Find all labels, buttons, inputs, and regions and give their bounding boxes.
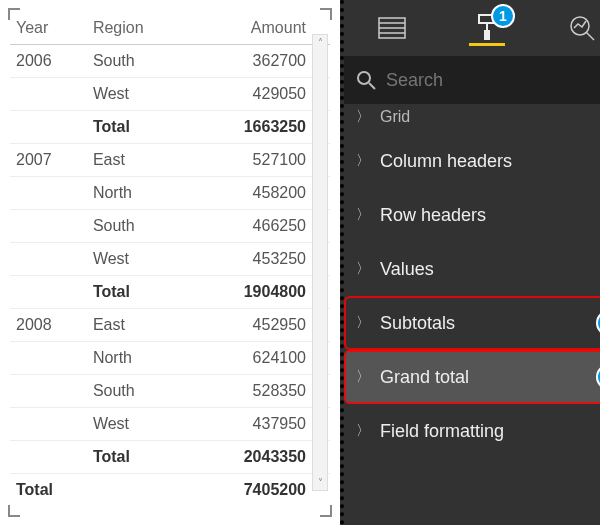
- scroll-up-icon[interactable]: ˄: [318, 35, 323, 50]
- pane-tabs: 1: [344, 0, 600, 56]
- scroll-down-icon[interactable]: ˅: [318, 475, 323, 490]
- cell-region: West: [87, 78, 185, 111]
- cell-region: Total: [87, 276, 185, 309]
- cell-region: South: [87, 375, 185, 408]
- annotation-badge-2: 2: [596, 310, 600, 336]
- search-input[interactable]: [386, 70, 600, 91]
- chevron-right-icon: 〉: [356, 422, 370, 440]
- section-label: Column headers: [380, 151, 512, 172]
- table-row: 2006South362700: [10, 45, 330, 78]
- table-row: West429050: [10, 78, 330, 111]
- table-row: West437950: [10, 408, 330, 441]
- table-row: 2008East452950: [10, 309, 330, 342]
- section-column-headers[interactable]: 〉 Column headers: [344, 134, 600, 188]
- annotation-badge-2b: 2: [596, 364, 600, 390]
- cell-region: South: [87, 45, 185, 78]
- cell-region: West: [87, 243, 185, 276]
- cell-amount: 453250: [185, 243, 330, 276]
- cell-amount: 624100: [185, 342, 330, 375]
- cell-region: South: [87, 210, 185, 243]
- section-field-formatting[interactable]: 〉 Field formatting: [344, 404, 600, 458]
- chevron-right-icon: 〉: [356, 368, 370, 386]
- annotation-badge-1: 1: [491, 4, 515, 28]
- chevron-right-icon: 〉: [356, 314, 370, 332]
- cell-year: [10, 210, 87, 243]
- section-label: Subtotals: [380, 313, 455, 334]
- format-search[interactable]: [344, 56, 600, 104]
- cell-year: [10, 243, 87, 276]
- chevron-right-icon: 〉: [356, 108, 370, 126]
- grand-total-label: Total: [10, 474, 87, 507]
- col-header-region[interactable]: Region: [87, 12, 185, 45]
- cell-region: North: [87, 342, 185, 375]
- cell-amount: 1663250: [185, 111, 330, 144]
- report-canvas: Year Region Amount 2006South362700West42…: [0, 0, 340, 525]
- grand-total-row: Total 7405200: [10, 474, 330, 507]
- col-header-year[interactable]: Year: [10, 12, 87, 45]
- cell-amount: 437950: [185, 408, 330, 441]
- matrix-visual[interactable]: Year Region Amount 2006South362700West42…: [8, 8, 332, 517]
- cell-amount: 2043350: [185, 441, 330, 474]
- section-values[interactable]: 〉 Values: [344, 242, 600, 296]
- section-label: Grand total: [380, 367, 469, 388]
- cell-region: East: [87, 309, 185, 342]
- analytics-tab[interactable]: [564, 10, 600, 46]
- cell-year: [10, 276, 87, 309]
- cell-year: [10, 408, 87, 441]
- table-row: Total1904800: [10, 276, 330, 309]
- cell-year: 2007: [10, 144, 87, 177]
- section-row-headers[interactable]: 〉 Row headers: [344, 188, 600, 242]
- grand-total-value: 7405200: [185, 474, 330, 507]
- table-row: South466250: [10, 210, 330, 243]
- section-label: Grid: [380, 108, 410, 126]
- svg-point-8: [358, 72, 370, 84]
- cell-region: North: [87, 177, 185, 210]
- cell-year: [10, 441, 87, 474]
- section-label: Values: [380, 259, 434, 280]
- visualizations-format-pane: 1 〉 Grid 〉 Column headers 〉 Row headers …: [340, 0, 600, 525]
- chevron-right-icon: 〉: [356, 152, 370, 170]
- cell-amount: 466250: [185, 210, 330, 243]
- cell-year: 2008: [10, 309, 87, 342]
- table-row: Total2043350: [10, 441, 330, 474]
- svg-line-9: [369, 83, 375, 89]
- search-icon: [356, 70, 376, 90]
- section-grand-total[interactable]: 〉 Grand total 2: [344, 350, 600, 404]
- cell-region: Total: [87, 111, 185, 144]
- cell-region: East: [87, 144, 185, 177]
- cell-amount: 527100: [185, 144, 330, 177]
- col-header-amount[interactable]: Amount: [185, 12, 330, 45]
- svg-line-7: [586, 32, 594, 40]
- cell-amount: 458200: [185, 177, 330, 210]
- cell-amount: 452950: [185, 309, 330, 342]
- table-row: North458200: [10, 177, 330, 210]
- table-row: 2007East527100: [10, 144, 330, 177]
- cell-year: [10, 375, 87, 408]
- cell-year: 2006: [10, 45, 87, 78]
- table-row: South528350: [10, 375, 330, 408]
- cell-year: [10, 177, 87, 210]
- cell-amount: 528350: [185, 375, 330, 408]
- cell-year: [10, 78, 87, 111]
- fields-tab[interactable]: [374, 10, 410, 46]
- cell-amount: 362700: [185, 45, 330, 78]
- table-row: West453250: [10, 243, 330, 276]
- cell-region: Total: [87, 441, 185, 474]
- chevron-right-icon: 〉: [356, 260, 370, 278]
- matrix-table: Year Region Amount 2006South362700West42…: [10, 12, 330, 506]
- table-row: Total1663250: [10, 111, 330, 144]
- section-label: Row headers: [380, 205, 486, 226]
- vertical-scrollbar[interactable]: ˄ ˅: [312, 34, 328, 491]
- cell-region: West: [87, 408, 185, 441]
- cell-year: [10, 111, 87, 144]
- table-row: North624100: [10, 342, 330, 375]
- section-grid[interactable]: 〉 Grid: [344, 104, 600, 134]
- section-subtotals[interactable]: 〉 Subtotals 2: [344, 296, 600, 350]
- format-tab[interactable]: 1: [469, 10, 505, 46]
- section-label: Field formatting: [380, 421, 504, 442]
- cell-year: [10, 342, 87, 375]
- format-sections: 〉 Grid 〉 Column headers 〉 Row headers 〉 …: [344, 104, 600, 525]
- cell-amount: 1904800: [185, 276, 330, 309]
- chevron-right-icon: 〉: [356, 206, 370, 224]
- cell-amount: 429050: [185, 78, 330, 111]
